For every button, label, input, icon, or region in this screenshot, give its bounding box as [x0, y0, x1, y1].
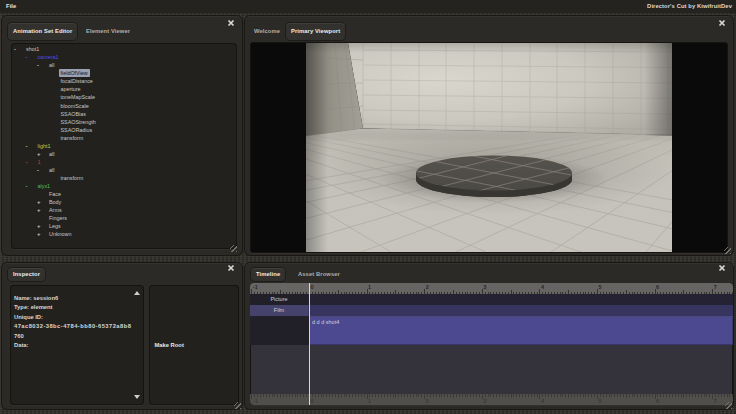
- tree-collapse-icon[interactable]: -: [37, 61, 45, 69]
- tree-item[interactable]: Face: [11, 190, 237, 198]
- ruler-tick: [706, 394, 707, 397]
- tree-item[interactable]: SSAOBias: [11, 110, 237, 118]
- tree-item-label[interactable]: light1: [38, 142, 51, 150]
- tree-item[interactable]: +all: [11, 150, 237, 158]
- tree-item[interactable]: -shot1: [11, 45, 237, 53]
- tree-item-label[interactable]: all: [49, 150, 54, 158]
- tab-asset-browser[interactable]: Asset Browser: [296, 268, 342, 281]
- tree-item-label[interactable]: Fingers: [49, 214, 67, 222]
- tree-item-label[interactable]: all: [49, 166, 54, 174]
- tree-item[interactable]: SSAORadius: [11, 126, 237, 134]
- playhead[interactable]: [309, 283, 310, 405]
- tree-item-label[interactable]: transform: [61, 134, 84, 142]
- tree-item[interactable]: fieldOfView: [11, 69, 237, 77]
- panel-close-button[interactable]: [716, 18, 728, 28]
- tree-item-label[interactable]: bloomScale: [61, 102, 89, 110]
- resize-grip-icon[interactable]: [234, 402, 241, 409]
- tab-timeline[interactable]: Timeline: [251, 268, 285, 281]
- timeline-ruler-top[interactable]: -101234567: [250, 283, 733, 294]
- tree-expand-icon[interactable]: +: [37, 222, 45, 230]
- ruler-tick: [591, 394, 592, 397]
- ruler-tick: [470, 394, 471, 397]
- tree-expand-icon[interactable]: +: [37, 206, 45, 214]
- ruler-tick: [364, 394, 365, 397]
- tree-item[interactable]: Fingers: [11, 214, 237, 222]
- tree-item-label[interactable]: Legs: [49, 222, 61, 230]
- tree-item[interactable]: -all: [11, 166, 237, 174]
- tree-item[interactable]: -alyx1: [11, 182, 237, 190]
- panel-close-button[interactable]: [225, 18, 237, 28]
- resize-grip-icon[interactable]: [230, 245, 237, 252]
- ruler-tick: [295, 394, 296, 397]
- tree-item-label[interactable]: Arms: [49, 206, 62, 214]
- make-root-button[interactable]: Make Root: [155, 342, 184, 348]
- tree-item[interactable]: -1: [11, 158, 237, 166]
- ruler-tick: [698, 394, 699, 397]
- track-label-film[interactable]: Film: [250, 305, 308, 316]
- tree-collapse-icon[interactable]: -: [37, 166, 45, 174]
- tree-item[interactable]: focalDistance: [11, 77, 237, 85]
- ruler-label: 5: [599, 398, 602, 404]
- tree-item-label[interactable]: 1: [38, 158, 41, 166]
- scroll-down-icon[interactable]: [134, 395, 140, 399]
- timeline-ruler-bottom[interactable]: -101234567: [250, 394, 733, 405]
- tree-item-label[interactable]: transform: [61, 174, 84, 182]
- track-row-picture[interactable]: Picture: [250, 294, 733, 305]
- tree-item[interactable]: +Legs: [11, 222, 237, 230]
- ruler-tick: [542, 394, 543, 397]
- tree-item[interactable]: +Unknown: [11, 230, 237, 238]
- tree-item[interactable]: aperture: [11, 85, 237, 93]
- film-clip[interactable]: d d d shot4: [309, 316, 733, 345]
- tree-item-label[interactable]: alyx1: [38, 182, 51, 190]
- tree-item[interactable]: toneMapScale: [11, 93, 237, 101]
- tree-item-label[interactable]: Face: [49, 190, 61, 198]
- panel-close-button[interactable]: [716, 263, 728, 273]
- tree-item-label[interactable]: SSAORadius: [61, 126, 93, 134]
- tree-item[interactable]: -light1: [11, 142, 237, 150]
- tree-expand-icon[interactable]: +: [37, 150, 45, 158]
- tab-inspector[interactable]: Inspector: [8, 268, 45, 281]
- tree-collapse-icon[interactable]: -: [14, 45, 22, 53]
- tree-item-label[interactable]: focalDistance: [61, 77, 93, 85]
- tree-item[interactable]: +Arms: [11, 206, 237, 214]
- tree-item[interactable]: -all: [11, 61, 237, 69]
- ruler-tick: [657, 394, 658, 397]
- ruler-tick: [433, 394, 434, 397]
- tab-primary-viewport[interactable]: Primary Viewport: [286, 23, 345, 40]
- tab-animation-set-editor[interactable]: Animation Set Editor: [8, 23, 77, 40]
- ruler-tick: [583, 394, 584, 397]
- tab-welcome[interactable]: Welcome: [252, 23, 282, 40]
- tree-item[interactable]: -camera1: [11, 53, 237, 61]
- tree-item-label[interactable]: fieldOfView: [59, 69, 90, 77]
- track-row-film[interactable]: Film: [250, 305, 733, 316]
- tree-collapse-icon[interactable]: -: [26, 53, 34, 61]
- resize-grip-icon[interactable]: [724, 247, 731, 254]
- tree-item-label[interactable]: camera1: [38, 53, 59, 61]
- tree-item-label[interactable]: shot1: [26, 45, 39, 53]
- tree-expand-icon[interactable]: +: [37, 230, 45, 238]
- tree-item-label[interactable]: Body: [49, 198, 61, 206]
- menu-file[interactable]: File: [6, 3, 16, 9]
- panel-close-button[interactable]: [225, 263, 237, 273]
- tree-item-label[interactable]: SSAOStrength: [61, 118, 96, 126]
- tree-item[interactable]: SSAOStrength: [11, 118, 237, 126]
- tree-collapse-icon[interactable]: -: [26, 182, 34, 190]
- tree-item[interactable]: transform: [11, 134, 237, 142]
- ruler-tick: [329, 394, 330, 397]
- viewport-3d-scene[interactable]: [306, 43, 672, 252]
- tree-expand-icon[interactable]: +: [37, 198, 45, 206]
- resize-grip-icon[interactable]: [725, 402, 732, 409]
- ruler-tick: [289, 394, 290, 397]
- tree-item-label[interactable]: toneMapScale: [61, 93, 95, 101]
- tree-item-label[interactable]: all: [49, 61, 54, 69]
- tree-item[interactable]: +Body: [11, 198, 237, 206]
- tab-element-viewer[interactable]: Element Viewer: [84, 23, 132, 40]
- tree-item[interactable]: bloomScale: [11, 102, 237, 110]
- tree-item-label[interactable]: Unknown: [49, 230, 71, 238]
- tree-collapse-icon[interactable]: -: [26, 142, 34, 150]
- tree-item-label[interactable]: aperture: [61, 85, 81, 93]
- tree-collapse-icon[interactable]: -: [26, 158, 34, 166]
- tree-item-label[interactable]: SSAOBias: [61, 110, 86, 118]
- track-label-picture[interactable]: Picture: [250, 294, 308, 305]
- tree-item[interactable]: transform: [11, 174, 237, 182]
